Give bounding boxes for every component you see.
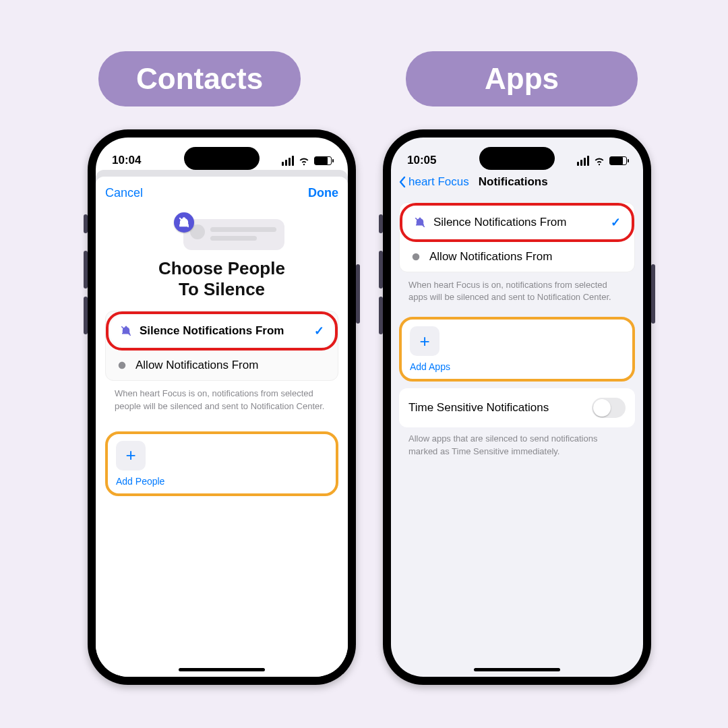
cancel-button[interactable]: Cancel: [105, 186, 143, 200]
highlight-add-apps: + Add Apps: [399, 317, 635, 382]
highlight-silence-row: Silence Notifications From ✓: [400, 203, 634, 242]
bell-slash-icon: [174, 212, 194, 233]
back-button[interactable]: heart Focus: [398, 175, 469, 189]
row-label: Silence Notifications From: [433, 216, 566, 229]
header-pill-apps: Apps: [406, 51, 638, 107]
add-apps-tile[interactable]: + Add Apps: [410, 326, 624, 372]
row-label: Silence Notifications From: [140, 324, 284, 338]
nav-bar: heart Focus Notifications: [391, 171, 643, 195]
wifi-icon: [298, 154, 310, 166]
phone-apps: 10:05 heart Focus Notifications: [383, 129, 651, 685]
power-button[interactable]: [356, 264, 360, 324]
mute-switch[interactable]: [84, 214, 88, 233]
home-indicator[interactable]: [474, 668, 560, 671]
svg-point-3: [413, 253, 420, 261]
cellular-icon: [577, 156, 589, 166]
time-sensitive-row[interactable]: Time Sensitive Notifications: [399, 388, 635, 427]
hint-text: When heart Focus is on, notifications fr…: [105, 388, 338, 419]
status-time: 10:05: [407, 154, 436, 167]
plus-icon[interactable]: +: [410, 326, 439, 356]
rosette-icon: [409, 250, 423, 264]
status-time: 10:04: [112, 154, 141, 167]
hint-text: Allow apps that are silenced to send not…: [399, 427, 635, 464]
modal-sheet: Cancel Done Choose People To Silence: [96, 177, 348, 677]
battery-icon: [609, 156, 627, 165]
plus-icon[interactable]: +: [116, 441, 146, 471]
battery-icon: [314, 156, 332, 165]
home-indicator[interactable]: [179, 668, 265, 671]
row-allow-from[interactable]: Allow Notifications From: [106, 351, 338, 380]
volume-up[interactable]: [379, 251, 383, 289]
checkmark-icon: ✓: [611, 215, 621, 230]
wifi-icon: [593, 154, 605, 166]
bell-slash-icon: [119, 324, 133, 338]
add-people-tile[interactable]: + Add People: [116, 441, 328, 487]
mute-switch[interactable]: [379, 214, 383, 233]
volume-down[interactable]: [84, 297, 88, 334]
screen-apps: 10:05 heart Focus Notifications: [391, 138, 643, 677]
volume-up[interactable]: [84, 251, 88, 289]
notification-mode-card: Silence Notifications From ✓ Allow Notif…: [105, 311, 338, 381]
hint-text: When heart Focus is on, notifications fr…: [399, 279, 635, 310]
row-label: Allow Notifications From: [135, 359, 258, 372]
volume-down[interactable]: [379, 297, 383, 334]
phone-contacts: 10:04 Cancel Done: [88, 129, 356, 685]
cellular-icon: [282, 156, 294, 166]
bell-slash-icon: [413, 216, 427, 229]
row-silence-from[interactable]: Silence Notifications From ✓: [404, 207, 630, 238]
dynamic-island: [184, 147, 260, 170]
page-title: Notifications: [479, 175, 548, 189]
highlight-silence-row: Silence Notifications From ✓: [106, 311, 338, 351]
rosette-icon: [115, 359, 129, 372]
modal-title: Choose People To Silence: [105, 258, 338, 300]
notification-mode-card: Silence Notifications From ✓ Allow Notif…: [399, 202, 635, 272]
dynamic-island: [479, 147, 555, 170]
row-silence-from[interactable]: Silence Notifications From ✓: [110, 315, 334, 346]
checkmark-icon: ✓: [314, 324, 324, 338]
row-label: Time Sensitive Notifications: [408, 401, 549, 415]
screen-contacts: 10:04 Cancel Done: [96, 138, 348, 677]
illustration: [158, 215, 286, 253]
chevron-left-icon: [398, 176, 407, 188]
back-label: heart Focus: [408, 175, 469, 189]
add-label: Add People: [116, 476, 164, 487]
power-button[interactable]: [651, 264, 655, 324]
highlight-add-people: + Add People: [105, 431, 338, 496]
done-button[interactable]: Done: [308, 186, 338, 200]
add-label: Add Apps: [410, 361, 450, 372]
row-label: Allow Notifications From: [429, 250, 552, 264]
time-sensitive-toggle[interactable]: [592, 398, 626, 418]
row-allow-from[interactable]: Allow Notifications From: [400, 242, 634, 272]
header-pill-contacts: Contacts: [98, 51, 301, 107]
